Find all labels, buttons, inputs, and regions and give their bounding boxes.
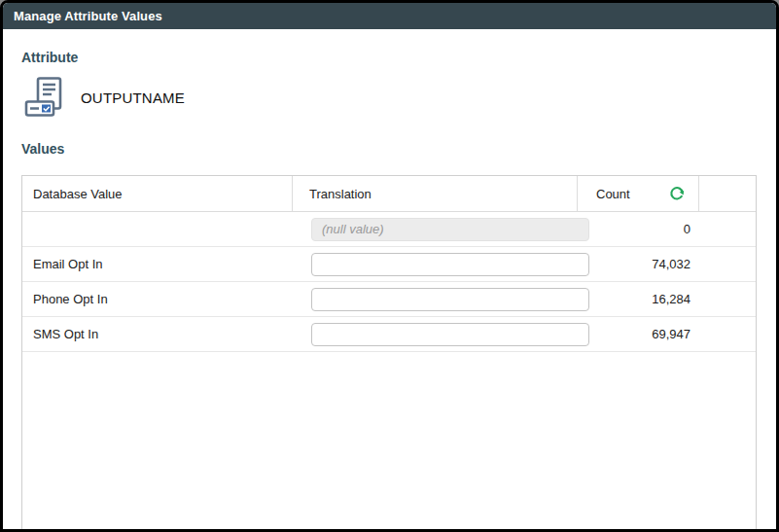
table-row: Phone Opt In 16,284: [22, 282, 756, 317]
table-row: Email Opt In 74,032: [22, 247, 756, 282]
dialog-title: Manage Attribute Values: [14, 9, 162, 23]
table-row: SMS Opt In 69,947: [22, 317, 756, 352]
count-cell: 69,947: [652, 317, 690, 351]
values-section-label: Values: [21, 141, 776, 157]
translation-input[interactable]: [311, 253, 589, 276]
refresh-counts-button[interactable]: [668, 185, 686, 202]
values-table-body: 0 Email Opt In 74,032 Phone Opt In 16,28…: [22, 212, 756, 352]
attribute-row: OUTPUTNAME: [23, 76, 776, 119]
database-value-cell: SMS Opt In: [22, 317, 98, 351]
attribute-name: OUTPUTNAME: [81, 89, 185, 106]
column-header-translation: Translation: [293, 176, 578, 211]
column-header-database-value: Database Value: [22, 176, 293, 211]
database-value-cell: Phone Opt In: [22, 282, 108, 316]
values-table-header: Database Value Translation Count: [22, 176, 756, 212]
values-table: Database Value Translation Count 0 Email…: [21, 175, 757, 529]
count-cell: 74,032: [652, 247, 690, 281]
column-header-count-cell: Count: [578, 176, 699, 211]
dialog-titlebar: Manage Attribute Values: [3, 3, 776, 29]
table-row: 0: [22, 212, 756, 247]
manage-attribute-values-dialog: Manage Attribute Values Attribute OUTPUT…: [0, 0, 779, 532]
database-value-cell: Email Opt In: [22, 247, 103, 281]
column-header-count: Count: [596, 187, 630, 201]
translation-input[interactable]: [311, 323, 589, 346]
attribute-section-label: Attribute: [21, 50, 776, 65]
column-header-spacer: [699, 176, 756, 211]
attribute-list-icon: [23, 76, 72, 119]
count-cell: 0: [684, 212, 690, 246]
translation-input[interactable]: [311, 288, 589, 311]
translation-input: [311, 218, 589, 241]
count-cell: 16,284: [652, 282, 690, 316]
